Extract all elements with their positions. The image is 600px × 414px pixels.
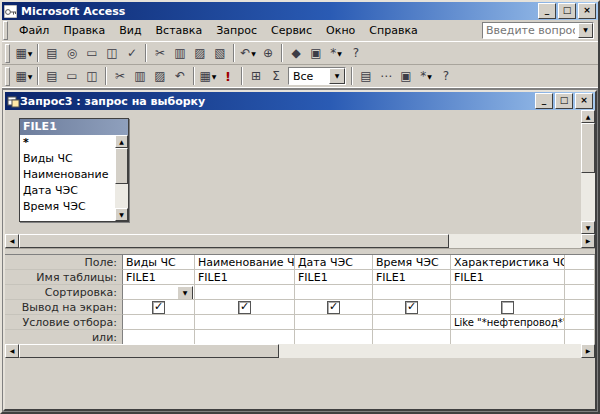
maximize-button[interactable]: □ (558, 3, 576, 19)
ask-question-input[interactable] (483, 24, 578, 37)
grid-cell-show-5[interactable] (565, 300, 595, 315)
field-list-item[interactable]: Виды ЧС (20, 151, 115, 167)
menu-view[interactable]: Вид (112, 21, 148, 40)
grid-cell-field-1[interactable]: Наименование ЧС (195, 255, 295, 270)
insert-hyperlink-button[interactable]: ⊕ (258, 43, 278, 63)
print-button[interactable]: ▭ (62, 66, 82, 86)
grid-cell-or-2[interactable] (295, 330, 373, 345)
scroll-down-icon[interactable]: ▼ (581, 221, 595, 234)
copy-button[interactable]: ▥ (170, 43, 190, 63)
close-button[interactable]: × (575, 93, 593, 109)
scroll-left-icon[interactable]: ◀ (5, 344, 19, 358)
spelling-button[interactable]: ✓ (122, 43, 142, 63)
scroll-up-icon[interactable]: ▲ (115, 135, 128, 148)
format-painter-button[interactable]: ▧ (210, 43, 230, 63)
grid-cell-table-2[interactable]: FILE1 (295, 270, 373, 285)
toolbar-grip[interactable] (5, 44, 10, 63)
grid-cell-or-0[interactable] (123, 330, 195, 345)
grid-cell-sort-2[interactable] (295, 285, 373, 300)
chevron-down-icon[interactable]: ▼ (578, 23, 593, 38)
minimize-button[interactable]: _ (535, 93, 553, 109)
grid-cell-or-5[interactable] (565, 330, 595, 345)
menu-file[interactable]: Файл (12, 21, 56, 40)
grid-cell-or-4[interactable] (451, 330, 565, 345)
grid-cell-field-4[interactable]: Характеристика ЧС (451, 255, 565, 270)
upper-pane-hscrollbar[interactable]: ◀ ▶ (5, 234, 595, 248)
field-list-item-asterisk[interactable]: * (20, 135, 115, 151)
grid-cell-field-5[interactable] (565, 255, 595, 270)
grid-cell-table-0[interactable]: FILE1 (123, 270, 195, 285)
grid-cell-field-0[interactable]: Виды ЧС (123, 255, 195, 270)
menu-window[interactable]: Окно (319, 21, 362, 40)
grid-cell-field-3[interactable]: Время ЧЭС (373, 255, 451, 270)
grid-cell-show-3[interactable] (373, 300, 451, 315)
grid-cell-show-4[interactable] (451, 300, 565, 315)
database-window-button[interactable]: ▣ (396, 66, 416, 86)
copy-button[interactable]: ▥ (130, 66, 150, 86)
scrollbar-track[interactable] (279, 344, 581, 358)
grid-cell-table-4[interactable]: FILE1 (451, 270, 565, 285)
chevron-down-icon[interactable]: ▼ (329, 68, 345, 84)
field-list-item[interactable]: Наименование (20, 167, 115, 183)
grid-cell-criteria-3[interactable] (373, 315, 451, 330)
sort-dropdown-button[interactable]: ▼ (177, 286, 193, 300)
save-button[interactable]: ▤ (42, 43, 62, 63)
scrollbar-thumb[interactable] (19, 234, 449, 248)
show-table-button[interactable]: ⊞ (246, 66, 266, 86)
menu-edit[interactable]: Правка (56, 21, 112, 40)
main-titlebar[interactable]: Microsoft Access _ □ × (2, 2, 598, 20)
grid-cell-table-1[interactable]: FILE1 (195, 270, 295, 285)
properties-button[interactable]: ▤ (356, 66, 376, 86)
grid-cell-show-1[interactable] (195, 300, 295, 315)
view-button[interactable]: ▦▼ (14, 43, 34, 63)
grid-cell-criteria-4[interactable]: Like "*нефтепровод*" (451, 315, 565, 330)
print-button[interactable]: ▭ (82, 43, 102, 63)
menu-help[interactable]: Справка (362, 21, 424, 40)
grid-cell-sort-4[interactable] (451, 285, 565, 300)
print-preview-button[interactable]: ◫ (82, 66, 102, 86)
grid-cell-table-5[interactable] (565, 270, 595, 285)
restore-button[interactable]: □ (555, 93, 573, 109)
scroll-right-icon[interactable]: ▶ (581, 344, 595, 358)
grid-cell-table-3[interactable]: FILE1 (373, 270, 451, 285)
scrollbar-track[interactable] (449, 234, 581, 248)
grid-cell-show-2[interactable] (295, 300, 373, 315)
undo-button[interactable]: ↶▼ (238, 43, 258, 63)
new-object-button[interactable]: *▼ (416, 66, 436, 86)
file-search-button[interactable]: ◎ (62, 43, 82, 63)
grid-cell-sort-0[interactable]: ▼ (123, 285, 195, 300)
new-object-button[interactable]: *▼ (326, 43, 346, 63)
menu-grip[interactable] (3, 21, 8, 40)
menu-query[interactable]: Запрос (209, 21, 264, 40)
field-list-item[interactable]: Время ЧЭС (20, 199, 115, 215)
grid-cell-field-2[interactable]: Дата ЧЭС (295, 255, 373, 270)
cut-button[interactable]: ✂ (110, 66, 130, 86)
query-window-titlebar[interactable]: Запрос3 : запрос на выборку _ □ × (5, 92, 595, 110)
scrollbar-thumb[interactable] (581, 123, 595, 173)
menu-tools[interactable]: Сервис (264, 21, 319, 40)
help-button[interactable]: ? (346, 43, 366, 63)
grid-cell-show-0[interactable] (123, 300, 195, 315)
grid-cell-or-1[interactable] (195, 330, 295, 345)
query-type-button[interactable]: ▦▼ (198, 66, 218, 86)
scroll-down-icon[interactable]: ▼ (115, 208, 128, 221)
grid-cell-sort-1[interactable] (195, 285, 295, 300)
undo-button[interactable]: ↶ (170, 66, 190, 86)
analyze-button[interactable]: ◆ (286, 43, 306, 63)
grid-cell-criteria-2[interactable] (295, 315, 373, 330)
scrollbar-track[interactable] (581, 173, 595, 221)
cut-button[interactable]: ✂ (150, 43, 170, 63)
help-button[interactable]: ? (436, 66, 456, 86)
grid-cell-or-3[interactable] (373, 330, 451, 345)
database-window-button[interactable]: ▣ (306, 43, 326, 63)
show-checkbox[interactable] (405, 301, 418, 314)
show-checkbox[interactable] (501, 301, 514, 314)
grid-cell-criteria-0[interactable] (123, 315, 195, 330)
grid-hscrollbar[interactable]: ◀ ▶ (5, 344, 595, 358)
field-list-scrollbar[interactable]: ▲ ▼ (115, 135, 128, 221)
scroll-up-icon[interactable]: ▲ (581, 110, 595, 123)
top-values-combobox[interactable]: Все ▼ (288, 67, 346, 85)
totals-button[interactable]: Σ (266, 66, 286, 86)
run-button[interactable]: ! (218, 66, 238, 86)
close-button[interactable]: × (578, 3, 596, 19)
